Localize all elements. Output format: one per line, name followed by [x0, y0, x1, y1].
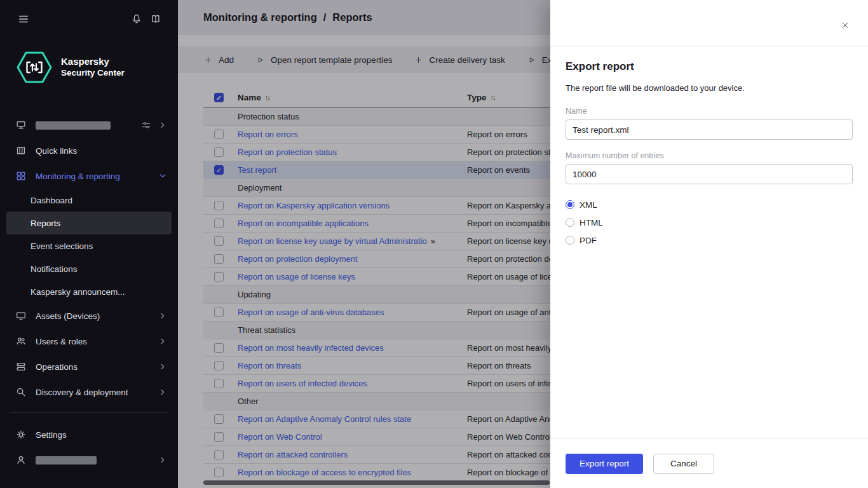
- name-field-label: Name: [566, 107, 853, 116]
- sidebar-item-event-selections[interactable]: Event selections: [0, 234, 178, 257]
- panel-footer: Export report Cancel: [550, 438, 868, 488]
- sidebar-item-label: Event selections: [31, 241, 93, 251]
- chevron-right-icon[interactable]: [158, 311, 168, 321]
- sidebar-item-label: Settings: [36, 430, 168, 440]
- chevron-right-icon[interactable]: [158, 336, 168, 346]
- server-icon: [15, 119, 27, 131]
- format-radios: XMLHTMLPDF: [566, 196, 853, 249]
- sidebar-item-operations[interactable]: Operations: [0, 354, 178, 379]
- sidebar: Kaspersky Security Center Quick linksMon…: [0, 0, 178, 488]
- user-icon: [15, 454, 27, 466]
- chevron-right-icon[interactable]: [158, 455, 168, 465]
- chevron-down-icon[interactable]: [158, 171, 168, 181]
- sidebar-item-label: Dashboard: [31, 196, 72, 205]
- close-icon[interactable]: [836, 18, 854, 36]
- map-icon: [15, 145, 27, 156]
- gear-icon: [15, 429, 27, 440]
- sidebar-item-quick-links[interactable]: Quick links: [0, 138, 178, 163]
- export-report-button[interactable]: Export report: [566, 454, 643, 474]
- search-icon: [15, 386, 27, 398]
- sidebar-item-dashboard[interactable]: Dashboard: [0, 189, 178, 212]
- format-option-html[interactable]: HTML: [566, 214, 853, 231]
- panel-header: [550, 0, 868, 46]
- modal-overlay: [178, 0, 550, 488]
- sidebar-item-label: Reports: [31, 219, 60, 228]
- format-option-xml[interactable]: XML: [566, 196, 853, 214]
- cancel-button[interactable]: Cancel: [653, 454, 714, 474]
- sidebar-item-kaspersky-announcements[interactable]: Kaspersky announcem...: [0, 280, 178, 303]
- sidebar-item-label: Notifications: [31, 264, 78, 274]
- help-book-icon[interactable]: [146, 11, 165, 30]
- radio-icon[interactable]: [566, 200, 574, 209]
- monitor-icon: [15, 310, 27, 322]
- sidebar-item-assets-devices[interactable]: Assets (Devices): [0, 303, 178, 329]
- format-option-pdf[interactable]: PDF: [566, 231, 853, 249]
- layers-icon: [15, 361, 27, 372]
- sidebar-item-label: Kaspersky announcem...: [31, 287, 125, 297]
- sidebar-item-user-account[interactable]: [0, 447, 178, 473]
- sidebar-item-administration-server[interactable]: [0, 112, 178, 138]
- panel-title: Export report: [566, 60, 853, 73]
- sidebar-item-notifications[interactable]: Notifications: [0, 257, 178, 280]
- sidebar-item-label: Discovery & deployment: [36, 388, 149, 397]
- chevron-right-icon[interactable]: [158, 120, 168, 130]
- format-label: HTML: [580, 218, 603, 227]
- radio-icon[interactable]: [566, 218, 574, 227]
- logo-title: Kaspersky: [61, 56, 125, 68]
- logo-subtitle: Security Center: [61, 68, 125, 79]
- sidebar-menu: Quick linksMonitoring & reportingDashboa…: [0, 112, 178, 473]
- sidebar-item-users-roles[interactable]: Users & roles: [0, 329, 178, 354]
- users-icon: [15, 336, 27, 347]
- sidebar-item-label: Monitoring & reporting: [36, 172, 149, 181]
- chevron-right-icon[interactable]: [158, 387, 168, 397]
- max-entries-input[interactable]: [566, 164, 853, 184]
- max-entries-label: Maximum number of entries: [566, 151, 853, 160]
- name-input[interactable]: [566, 119, 853, 140]
- kaspersky-logo: Kaspersky Security Center: [0, 41, 178, 85]
- sidebar-item-settings[interactable]: Settings: [0, 422, 178, 447]
- sidebar-item-label: Users & roles: [36, 337, 149, 346]
- radio-icon[interactable]: [566, 236, 574, 245]
- notification-dot: [139, 12, 144, 17]
- sidebar-item-monitoring-reporting[interactable]: Monitoring & reporting: [0, 163, 178, 189]
- format-label: XML: [580, 200, 597, 210]
- menu-icon[interactable]: [14, 11, 33, 30]
- sidebar-topbar: [0, 0, 178, 41]
- sidebar-divider: [10, 412, 168, 413]
- sidebar-item-label: Operations: [36, 362, 149, 372]
- sidebar-item-discovery-deployment[interactable]: Discovery & deployment: [0, 379, 178, 405]
- redacted-label: [36, 121, 111, 130]
- format-label: PDF: [580, 236, 597, 245]
- chevron-right-icon[interactable]: [158, 362, 168, 372]
- panel-description: The report file will be downloaded to yo…: [566, 83, 853, 93]
- sidebar-item-label: Quick links: [36, 146, 168, 156]
- sidebar-item-label: Assets (Devices): [36, 311, 149, 321]
- grid-icon: [15, 170, 27, 182]
- redacted-label: [36, 456, 97, 464]
- export-report-panel: Export report The report file will be do…: [550, 0, 868, 488]
- sliders-icon[interactable]: [141, 120, 151, 130]
- notifications-bell-icon[interactable]: [127, 11, 146, 30]
- sidebar-item-reports[interactable]: Reports: [6, 212, 172, 234]
- kaspersky-hexagon-icon: [17, 50, 52, 85]
